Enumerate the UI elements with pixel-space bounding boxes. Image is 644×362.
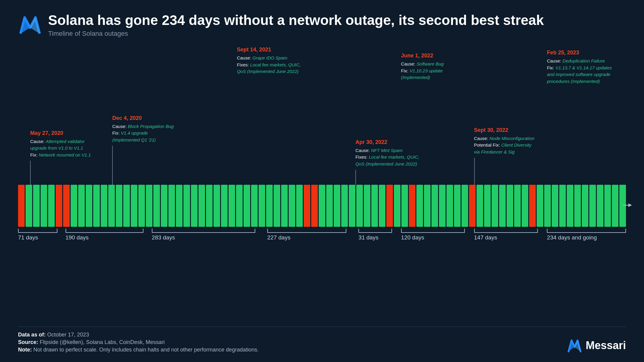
timeline-bar-19 <box>161 185 167 227</box>
timeline-bar-55 <box>431 185 438 227</box>
footer: Data as of: October 17, 2023 Source: Fli… <box>18 327 626 353</box>
annotation-2: Dec 4, 2020 Cause: Block Propagation Bug… <box>112 115 175 185</box>
ann6-body: Cause: Node Misconfiguration Potential F… <box>474 135 537 156</box>
timeline-bar-70 <box>544 185 551 227</box>
timeline-bar-34 <box>274 185 280 227</box>
timeline-bar-15 <box>131 185 137 227</box>
timeline-bar-43 <box>341 185 348 227</box>
timeline-bar-20 <box>168 185 175 227</box>
ann1-body: Cause: Attempted validator upgrade from … <box>30 138 96 159</box>
label-283: 283 days <box>152 229 255 241</box>
timeline-bar-23 <box>191 185 198 227</box>
annotation-3: Sept 14, 2021 Cause: Grape IDO Spam Fixe… <box>237 47 303 78</box>
page-title: Solana has gone 234 days without a netwo… <box>48 12 544 29</box>
annotations-area: May 27, 2020 Cause: Attempted validator … <box>18 47 626 185</box>
timeline-bar-76 <box>589 185 596 227</box>
annotation-6: Sept 30, 2022 Cause: Node Misconfigurati… <box>474 127 537 185</box>
timeline-bar-50 <box>394 185 400 227</box>
annotation-7: Feb 25, 2023 Cause: Deduplication Failur… <box>547 50 616 87</box>
brand-name: Messari <box>586 339 626 352</box>
timeline-bar-47 <box>371 185 378 227</box>
annotation-4: Apr 30, 2022 Cause: NFT Mint Spam Fixes:… <box>355 139 422 185</box>
timeline-bar-16 <box>138 185 145 227</box>
timeline-bar-2 <box>33 185 40 227</box>
timeline-bar-64 <box>499 185 506 227</box>
timeline-bar-72 <box>559 185 566 227</box>
timeline-bar-54 <box>424 185 431 227</box>
timeline-bar-17 <box>146 185 152 227</box>
messari-logo-footer <box>567 338 582 353</box>
timeline-bar-31 <box>251 185 258 227</box>
timeline-bar-68 <box>529 185 536 227</box>
timeline-bar-78 <box>604 185 611 227</box>
ann6-date: Sept 30, 2022 <box>474 127 508 133</box>
timeline-bar-42 <box>334 185 340 227</box>
timeline-bar-63 <box>492 185 498 227</box>
timeline-bar-60 <box>469 185 476 227</box>
timeline-bar-75 <box>582 185 588 227</box>
chart-area: May 27, 2020 Cause: Attempted validator … <box>18 47 626 321</box>
ann5-body: Cause: Software Bug Fix: V1.10.23 update… <box>401 61 464 81</box>
label-71: 71 days <box>18 229 57 241</box>
timeline-bar-41 <box>326 185 333 227</box>
timeline-bar-49 <box>386 185 393 227</box>
timeline-bar-46 <box>364 185 370 227</box>
timeline-bar-1 <box>26 185 32 227</box>
ann2-body: Cause: Block Propagation Bug Fix: V1.4 u… <box>112 123 175 144</box>
timeline-bar-30 <box>244 185 250 227</box>
timeline-bar-28 <box>228 185 235 227</box>
footer-note: Note: Not drawn to perfect scale. Only i… <box>18 347 259 353</box>
svg-marker-2 <box>628 203 632 207</box>
footer-data-date: Data as of: October 17, 2023 <box>18 332 259 338</box>
timeline-bar-73 <box>567 185 573 227</box>
timeline-bar-4 <box>48 185 55 227</box>
timeline-bar-62 <box>484 185 491 227</box>
timeline-bar-32 <box>259 185 265 227</box>
timeline-bar-13 <box>116 185 122 227</box>
messari-logo-header <box>18 12 42 36</box>
timeline-bar-39 <box>311 185 318 227</box>
ann7-body: Cause: Deduplication Failure Fix: V1.13.… <box>547 58 616 85</box>
header: Solana has gone 234 days without a netwo… <box>18 12 626 38</box>
timeline-bar-40 <box>319 185 325 227</box>
timeline-bar-36 <box>289 185 295 227</box>
timeline-bar-9 <box>86 185 92 227</box>
timeline-bar-24 <box>198 185 205 227</box>
timeline-bar-8 <box>78 185 85 227</box>
annotation-1: May 27, 2020 Cause: Attempted validator … <box>30 130 96 185</box>
timeline-bar-26 <box>213 185 220 227</box>
page-subtitle: Timeline of Solana outages <box>48 30 544 38</box>
label-120: 120 days <box>401 229 465 241</box>
bars-wrapper <box>18 185 626 227</box>
timeline-bar-69 <box>537 185 543 227</box>
header-text: Solana has gone 234 days without a netwo… <box>48 12 544 38</box>
footer-left: Data as of: October 17, 2023 Source: Fli… <box>18 332 259 353</box>
ann4-date: Apr 30, 2022 <box>355 139 387 145</box>
timeline-bar-58 <box>454 185 461 227</box>
ann4-body: Cause: NFT Mint Spam Fixes: Local fee ma… <box>355 147 422 168</box>
timeline-bar-37 <box>296 185 303 227</box>
label-234: 234 days and going <box>547 229 626 241</box>
timeline-bar-12 <box>108 185 115 227</box>
timeline-bar-21 <box>176 185 182 227</box>
timeline-bar-18 <box>153 185 160 227</box>
timeline-bar-66 <box>514 185 521 227</box>
timeline-bar-44 <box>349 185 355 227</box>
timeline-bar-52 <box>409 185 416 227</box>
timeline-bar-29 <box>236 185 243 227</box>
timeline-bar-14 <box>123 185 130 227</box>
timeline-arrow-end <box>623 202 632 209</box>
timeline-bar-71 <box>552 185 558 227</box>
ann5-date: June 1, 2022 <box>401 53 433 59</box>
timeline-bar-25 <box>206 185 213 227</box>
label-147: 147 days <box>474 229 538 241</box>
ann7-date: Feb 25, 2023 <box>547 50 579 56</box>
timeline-bar-61 <box>477 185 483 227</box>
timeline-bar-53 <box>416 185 423 227</box>
timeline-bar-57 <box>446 185 453 227</box>
timeline-bar-11 <box>101 185 107 227</box>
label-227: 227 days <box>267 229 346 241</box>
timeline-bar-45 <box>356 185 363 227</box>
timeline-bar-74 <box>574 185 581 227</box>
timeline-bar-5 <box>56 185 62 227</box>
